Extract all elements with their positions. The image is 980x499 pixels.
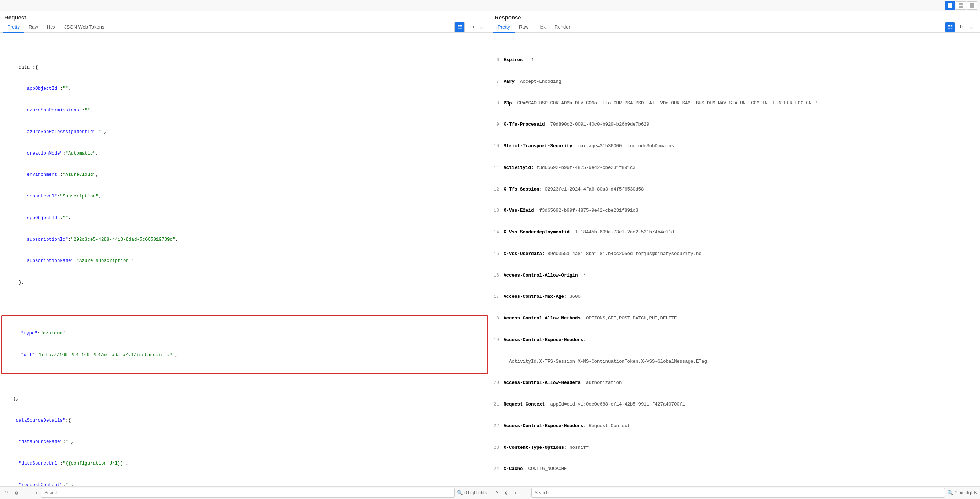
response-tabs: Pretty Raw Hex Render ☷ ln ≡ [490, 22, 980, 33]
svg-rect-4 [970, 3, 974, 8]
tab-jwt-request[interactable]: JSON Web Tokens [60, 22, 108, 33]
line-item: 10 Strict-Transport-Security: max-age=31… [490, 143, 980, 150]
top-bar [0, 0, 980, 11]
line-item: "dataSourceDetails":{ [0, 417, 490, 424]
tab-hex-response[interactable]: Hex [533, 22, 550, 33]
search-input-request[interactable] [41, 488, 455, 497]
svg-rect-1 [950, 3, 952, 8]
line-item: "dataSourceUrl":"{{configuration.Url}}", [0, 460, 490, 467]
back-icon-request[interactable]: ← [22, 490, 30, 496]
line-item: 12 X-Tfs-Session: 02923fe1-2024-4fa6-80a… [490, 186, 980, 194]
settings-icon-response[interactable]: ⚙ [503, 490, 511, 496]
line-item: 20 Access-Control-Allow-Headers: authori… [490, 380, 980, 387]
line-item: 22 Access-Control-Expose-Headers: Reques… [490, 423, 980, 430]
line-item: }, [0, 396, 490, 403]
line-item: 19 Access-Control-Expose-Headers: [490, 337, 980, 344]
split-view-button[interactable] [945, 2, 955, 10]
svg-rect-0 [948, 3, 950, 8]
request-bottom-bar: ? ⚙ ← → 🔍 0 highlights [0, 486, 490, 499]
line-item: 16 Access-Control-Allow-Origin: * [490, 272, 980, 280]
single-view-button[interactable] [967, 2, 977, 10]
line-item: ActivityId,X-TFS-Session,X-MS-Continuati… [490, 358, 980, 366]
response-bottom-bar: ? ⚙ ← → 🔍 0 highlights [490, 486, 980, 499]
line-item: "requestContent":"", [0, 482, 490, 486]
line-item: 6 Expires: -1 [490, 57, 980, 64]
back-icon-response[interactable]: ← [512, 490, 520, 496]
tab-raw-response[interactable]: Raw [515, 22, 533, 33]
line-item: 14 X-Vss-Senderdeploymentid: 1f18445b-60… [490, 229, 980, 236]
line-item: 23 X-Content-Type-Options: nosniff [490, 444, 980, 452]
search-icon-request: 🔍 [457, 490, 463, 496]
tab-pretty-response[interactable]: Pretty [493, 22, 515, 33]
line-item: 8 P3p: CP="CAO DSP COR ADMa DEV CONo TEL… [490, 100, 980, 107]
request-content: data :{ "appObjectId":"", "azureSpnPermi… [0, 33, 490, 486]
panels-container: Request Pretty Raw Hex JSON Web Tokens ☷… [0, 11, 980, 499]
ln-label-response: ln [956, 22, 967, 32]
request-red-box-1: "type":"azurerm", "url":"http://169.254.… [2, 315, 488, 374]
format-button-request[interactable]: ☷ [455, 22, 465, 32]
line-item: "azureSpnRoleAssignmentId":"", [0, 129, 490, 136]
response-title: Response [490, 11, 980, 22]
line-item: "azureSpnPermissions":"", [0, 107, 490, 114]
line-item: 9 X-Tfs-Processid: 70d890c2-0091-40c0-b9… [490, 121, 980, 129]
line-item: "subscriptionId":"292c3ce5-4288-4413-8da… [0, 236, 490, 244]
forward-icon-response[interactable]: → [522, 490, 530, 496]
svg-rect-3 [959, 6, 963, 8]
view-toggles [945, 2, 977, 10]
line-item: 24 X-Cache: CONFIG_NOCACHE [490, 466, 980, 473]
response-code: 6 Expires: -1 7 Vary: Accept-Encoding 8 … [490, 34, 980, 486]
menu-button-response[interactable]: ≡ [967, 22, 977, 32]
response-panel: Response Pretty Raw Hex Render ☷ ln ≡ 6 … [490, 11, 980, 499]
line-item: 13 X-Vss-E2eid: f3d65692-b99f-4875-9e42-… [490, 207, 980, 215]
line-item: "creationMode":"Automatic", [0, 150, 490, 157]
tab-hex-request[interactable]: Hex [43, 22, 60, 33]
line-item: }, [0, 279, 490, 286]
tab-pretty-request[interactable]: Pretty [3, 22, 24, 33]
request-title: Request [0, 11, 490, 22]
request-panel: Request Pretty Raw Hex JSON Web Tokens ☷… [0, 11, 490, 499]
line-item: "dataSourceName":"", [0, 439, 490, 446]
line-item: 21 Request-Context: appId=cid-v1:0cc0e68… [490, 401, 980, 408]
vertical-view-button[interactable] [956, 2, 966, 10]
line-item: "url":"http://169.254.169.254/metadata/v… [2, 352, 487, 359]
highlights-label-request: 0 highlights [465, 490, 487, 495]
line-item: 7 Vary: Accept-Encoding [490, 78, 980, 86]
request-code: data :{ "appObjectId":"", "azureSpnPermi… [0, 34, 490, 486]
response-content: 6 Expires: -1 7 Vary: Accept-Encoding 8 … [490, 33, 980, 486]
line-item: 15 X-Vss-Userdata: 89d0355a-4a81-8ba1-81… [490, 251, 980, 258]
help-icon-response[interactable]: ? [493, 490, 501, 496]
line-item: 11 Activityid: f3d65692-b99f-4875-9e42-c… [490, 165, 980, 172]
highlights-label-response: 0 highlights [955, 490, 977, 495]
request-tabs: Pretty Raw Hex JSON Web Tokens ☷ ln ≡ [0, 22, 490, 33]
line-item: data :{ [0, 64, 490, 72]
ln-label-request: ln [466, 22, 476, 32]
menu-button-request[interactable]: ≡ [476, 22, 487, 32]
settings-icon-request[interactable]: ⚙ [13, 490, 21, 496]
line-item: "appObjectId":"", [0, 85, 490, 93]
line-item: "scopeLevel":"Subscription", [0, 193, 490, 200]
search-input-response[interactable] [531, 488, 945, 497]
svg-rect-2 [959, 3, 963, 5]
line-item: 17 Access-Control-Max-Age: 3600 [490, 294, 980, 301]
help-icon-request[interactable]: ? [3, 490, 11, 496]
line-item: "environment":"AzureCloud", [0, 172, 490, 179]
tab-raw-request[interactable]: Raw [24, 22, 43, 33]
line-item: "type":"azurerm", [2, 330, 487, 337]
line-item: "spnObjectId":"", [0, 215, 490, 222]
line-item: "subscriptionName":"Azure subscription 1… [0, 257, 490, 265]
format-button-response[interactable]: ☷ [945, 22, 955, 32]
search-icon-response: 🔍 [947, 490, 953, 496]
forward-icon-request[interactable]: → [32, 490, 40, 496]
tab-render-response[interactable]: Render [550, 22, 575, 33]
line-item: 18 Access-Control-Allow-Methods: OPTIONS… [490, 315, 980, 323]
